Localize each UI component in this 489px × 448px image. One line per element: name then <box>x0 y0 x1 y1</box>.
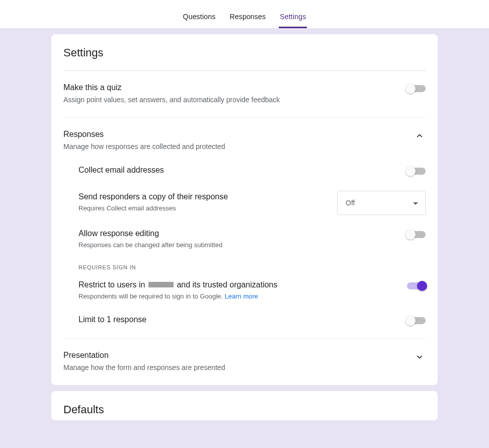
requires-signin-label: Requires sign in <box>78 264 426 270</box>
restrict-row: Restrict to users in and its trusted org… <box>78 280 426 302</box>
collect-emails-row: Collect email addresses <box>78 166 426 177</box>
send-copy-row: Send responders a copy of their response… <box>78 191 426 215</box>
responses-title: Responses <box>63 130 401 139</box>
send-copy-dropdown[interactable]: Off <box>337 191 426 215</box>
tab-settings[interactable]: Settings <box>279 13 307 28</box>
quiz-title: Make this a quiz <box>63 83 395 92</box>
limit-response-row: Limit to 1 response <box>78 315 426 326</box>
responses-section: Responses Manage how responses are colle… <box>63 118 426 339</box>
chevron-up-icon[interactable] <box>414 130 426 142</box>
presentation-section: Presentation Manage how the form and res… <box>63 339 426 385</box>
quiz-toggle[interactable] <box>407 85 426 92</box>
responses-subsection: Collect email addresses Send responders … <box>63 166 426 326</box>
restrict-title: Restrict to users in and its trusted org… <box>78 280 395 289</box>
send-copy-sub: Requires Collect email addresses <box>78 203 325 213</box>
allow-edit-title: Allow response editing <box>78 229 395 238</box>
page-title: Settings <box>63 46 426 71</box>
send-copy-title: Send responders a copy of their response <box>78 192 325 201</box>
tabs-container: Questions Responses Settings <box>182 0 307 28</box>
learn-more-link[interactable]: Learn more <box>225 292 258 300</box>
allow-edit-sub: Responses can be changed after being sub… <box>78 240 395 250</box>
allow-edit-toggle[interactable] <box>407 231 426 238</box>
limit-response-title: Limit to 1 response <box>78 315 395 324</box>
defaults-title: Defaults <box>63 403 426 420</box>
collect-emails-toggle[interactable] <box>407 168 426 175</box>
responses-subtitle: Manage how responses are collected and p… <box>63 142 401 152</box>
collect-emails-label: Collect email addresses <box>78 166 395 175</box>
quiz-subtitle: Assign point values, set answers, and au… <box>63 95 395 105</box>
tab-questions[interactable]: Questions <box>182 13 217 28</box>
settings-card: Settings Make this a quiz Assign point v… <box>51 34 438 385</box>
presentation-sub: Manage how the form and responses are pr… <box>63 363 401 373</box>
dropdown-value: Off <box>346 199 355 207</box>
allow-edit-row: Allow response editing Responses can be … <box>78 229 426 250</box>
restrict-sub: Respondents will be required to sign in … <box>78 291 395 302</box>
page-background: Settings Make this a quiz Assign point v… <box>0 28 489 448</box>
caret-down-icon <box>413 199 418 207</box>
chevron-down-icon[interactable] <box>414 351 426 363</box>
quiz-section: Make this a quiz Assign point values, se… <box>63 71 426 118</box>
top-tabs-bar: Questions Responses Settings <box>0 0 489 28</box>
presentation-title: Presentation <box>63 351 401 360</box>
defaults-card: Defaults <box>51 391 438 420</box>
limit-response-toggle[interactable] <box>407 317 426 324</box>
org-name-redacted <box>148 282 174 287</box>
tab-responses[interactable]: Responses <box>228 13 267 28</box>
restrict-toggle[interactable] <box>407 282 426 289</box>
